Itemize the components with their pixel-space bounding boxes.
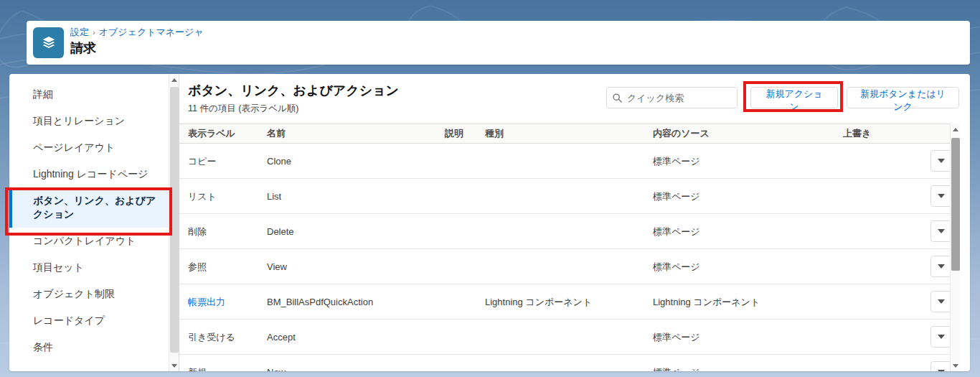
caret-down-icon <box>938 194 945 198</box>
row-content-source-cell: 標準ページ <box>653 179 839 214</box>
row-content-source-cell: 標準ページ <box>653 144 839 179</box>
row-actions-dropdown-button[interactable] <box>930 256 952 277</box>
table-row: 帳票出力 BM_BillAsPdfQuickAction Lightning コ… <box>179 284 960 320</box>
row-content-source-cell: 標準ページ <box>653 355 839 371</box>
caret-down-icon <box>938 335 945 339</box>
row-label-cell[interactable]: リスト <box>188 179 263 214</box>
object-manager-sidebar: 詳細 項目とリレーション ページレイアウト Lightning レコードページ … <box>9 74 179 371</box>
table-row: 削除 Delete 標準ページ <box>179 214 960 249</box>
table-column-header[interactable]: 種別 <box>485 124 504 143</box>
breadcrumb-setup-link[interactable]: 設定 <box>70 27 89 37</box>
row-name-cell: New <box>267 355 443 371</box>
table-row: 引き受ける Accept 標準ページ <box>179 320 960 355</box>
row-actions-dropdown-button[interactable] <box>930 326 952 348</box>
sidebar-item-label: オブジェクト制限 <box>33 288 115 299</box>
row-name-cell: View <box>267 249 443 284</box>
table-header-row: 表示ラベル名前説明種別内容のソース上書き <box>179 124 960 144</box>
table-scrollbar[interactable] <box>950 124 960 371</box>
section-title: ボタン、リンク、およびアクション <box>188 82 399 99</box>
buttons-links-actions-section: ボタン、リンク、およびアクション 11 件の項目 (表示ラベル順) 新規アクショ… <box>179 74 960 371</box>
row-label-cell[interactable]: 帳票出力 <box>188 284 263 320</box>
sidebar-item-label: 項目とリレーション <box>33 115 125 126</box>
sidebar-item[interactable]: 条件 <box>9 334 169 360</box>
row-name-cell: Clone <box>267 144 443 179</box>
object-manager-layers-icon <box>33 27 64 58</box>
row-label-cell[interactable]: 新規 <box>188 355 263 371</box>
table-row: 新規 New 標準ページ <box>179 355 960 371</box>
row-name-cell: Delete <box>267 214 443 249</box>
table-column-header[interactable]: 名前 <box>267 124 286 143</box>
sidebar-item-label: ページレイアウト <box>33 141 115 153</box>
row-label-cell[interactable]: コピー <box>188 144 263 179</box>
row-label-cell[interactable]: 引き受ける <box>188 320 263 355</box>
quick-find-input[interactable] <box>627 93 731 103</box>
sidebar-scroll-up-arrow-icon[interactable] <box>169 74 179 85</box>
table-row: 参照 View 標準ページ <box>179 249 960 284</box>
breadcrumb: 設定›オブジェクトマネージャ <box>70 26 204 39</box>
table-row: リスト List 標準ページ <box>179 179 960 214</box>
object-name-title: 請求 <box>70 39 204 57</box>
breadcrumb-separator: › <box>93 28 95 37</box>
caret-down-icon <box>938 370 945 371</box>
sidebar-item[interactable]: コンパクトレイアウト <box>9 228 169 254</box>
caret-down-icon <box>938 299 945 304</box>
actions-table-body: コピー Clone 標準ページ リスト List 標準ページ <box>179 144 960 371</box>
sidebar-item-label: 詳細 <box>33 88 53 100</box>
row-content-source-cell: Lightning コンポーネント <box>653 284 839 320</box>
sidebar-item-label: Lightning レコードページ <box>33 168 148 180</box>
row-label-cell[interactable]: 参照 <box>188 249 263 284</box>
sidebar-item[interactable]: ボタン、リンク、およびアクション <box>9 187 169 228</box>
row-actions-dropdown-button[interactable] <box>930 361 952 371</box>
sidebar-item[interactable]: レコードタイプ <box>9 307 169 334</box>
sidebar-item-label: レコードタイプ <box>33 315 105 326</box>
row-label-cell[interactable]: 削除 <box>188 214 263 249</box>
caret-down-icon <box>938 229 945 233</box>
sidebar-scrollbar-thumb[interactable] <box>170 87 179 353</box>
sidebar-item[interactable]: 項目セット <box>9 254 169 281</box>
table-column-header[interactable]: 内容のソース <box>653 124 710 143</box>
sidebar-item[interactable]: 詳細 <box>9 81 169 108</box>
item-count-label: 11 件の項目 (表示ラベル順) <box>188 103 298 115</box>
sidebar-scroll-down-arrow-icon[interactable] <box>169 360 179 371</box>
row-actions-dropdown-button[interactable] <box>930 220 952 242</box>
sidebar-item-list: 詳細 項目とリレーション ページレイアウト Lightning レコードページ … <box>9 81 169 360</box>
row-name-cell: BM_BillAsPdfQuickAction <box>267 284 443 320</box>
quick-find-search[interactable] <box>606 87 738 108</box>
object-manager-body-panel: 詳細 項目とリレーション ページレイアウト Lightning レコードページ … <box>9 74 970 371</box>
sidebar-item[interactable]: Lightning レコードページ <box>9 161 169 187</box>
new-button-or-link-button[interactable]: 新規ボタンまたはリンク <box>847 87 959 108</box>
caret-down-icon <box>938 159 945 163</box>
row-content-source-cell: 標準ページ <box>653 320 839 355</box>
setup-page-header: 設定›オブジェクトマネージャ 請求 <box>27 21 970 65</box>
table-column-header[interactable]: 説明 <box>445 124 463 143</box>
sidebar-item[interactable]: ページレイアウト <box>9 134 169 161</box>
table-column-header[interactable]: 表示ラベル <box>188 124 235 143</box>
table-column-header[interactable]: 上書き <box>843 124 871 143</box>
sidebar-item-label: コンパクトレイアウト <box>33 235 136 246</box>
sidebar-item-label: 条件 <box>33 341 53 353</box>
row-name-cell: Accept <box>267 320 443 355</box>
salesforce-object-manager-page: { "header": { "breadcrumb": { "setup": "… <box>0 0 980 377</box>
row-actions-dropdown-button[interactable] <box>930 150 952 172</box>
sidebar-item[interactable]: 項目とリレーション <box>9 108 169 134</box>
search-icon <box>613 93 622 103</box>
sidebar-item-label: ボタン、リンク、およびアクション <box>33 195 156 220</box>
row-actions-dropdown-button[interactable] <box>930 291 952 312</box>
row-actions-dropdown-button[interactable] <box>930 185 952 207</box>
row-content-source-cell: 標準ページ <box>653 249 839 284</box>
table-row: コピー Clone 標準ページ <box>179 144 960 179</box>
sidebar-item[interactable]: オブジェクト制限 <box>9 281 169 307</box>
sidebar-item-label: 項目セット <box>33 261 84 273</box>
sidebar-scrollbar[interactable] <box>169 74 179 371</box>
header-text-block: 設定›オブジェクトマネージャ 請求 <box>70 26 204 57</box>
table-scroll-up-arrow-icon[interactable] <box>951 124 961 135</box>
row-content-source-cell: 標準ページ <box>653 214 839 249</box>
new-action-button[interactable]: 新規アクション <box>750 87 838 108</box>
caret-down-icon <box>938 264 945 269</box>
row-type-cell: Lightning コンポーネント <box>485 284 650 320</box>
breadcrumb-object-manager-link[interactable]: オブジェクトマネージャ <box>99 27 204 37</box>
table-scroll-down-arrow-icon[interactable] <box>951 360 961 371</box>
table-scrollbar-thumb[interactable] <box>951 138 960 271</box>
row-name-cell: List <box>267 179 443 214</box>
